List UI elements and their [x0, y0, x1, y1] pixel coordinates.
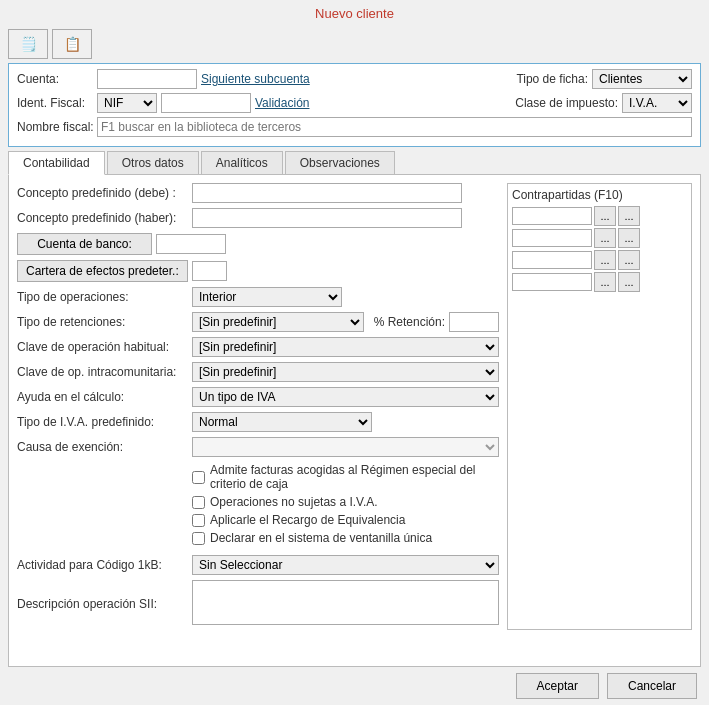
- cartera-efectos-input[interactable]: [192, 261, 227, 281]
- checkbox3[interactable]: [192, 514, 205, 527]
- clase-impuesto-label: Clase de impuesto:: [515, 96, 618, 110]
- tab-observaciones[interactable]: Observaciones: [285, 151, 395, 174]
- siguiente-subcuenta-link[interactable]: Siguiente subcuenta: [201, 72, 310, 86]
- cuenta-banco-row: Cuenta de banco:: [17, 233, 499, 255]
- nif-select[interactable]: NIF: [97, 93, 157, 113]
- contrapartidas-panel: Contrapartidas (F10) ... ... ... ... ...…: [507, 183, 692, 630]
- concepto-haber-input[interactable]: [192, 208, 462, 228]
- concepto-haber-label: Concepto predefinido (haber):: [17, 211, 192, 225]
- contrapartida-btn2-2[interactable]: ...: [618, 228, 640, 248]
- tipo-retenciones-select[interactable]: [Sin predefinir]: [192, 312, 364, 332]
- footer: Aceptar Cancelar: [0, 667, 709, 705]
- cuenta-row: Cuenta: Siguiente subcuenta Tipo de fich…: [17, 69, 692, 89]
- contrapartida-input-4[interactable]: [512, 273, 592, 291]
- ident-fiscal-label: Ident. Fiscal:: [17, 96, 97, 110]
- contrapartida-row-4: ... ...: [512, 272, 687, 292]
- toolbar: 🗒️ 📋: [8, 29, 701, 59]
- cuenta-banco-btn[interactable]: Cuenta de banco:: [17, 233, 152, 255]
- tipo-ficha-select[interactable]: Clientes: [592, 69, 692, 89]
- toolbar-icon-doc[interactable]: 🗒️: [8, 29, 48, 59]
- checkbox3-row: Aplicarle el Recargo de Equivalencia: [192, 513, 499, 527]
- actividad-row: Actividad para Código 1kB: Sin Seleccion…: [17, 555, 499, 575]
- actividad-label: Actividad para Código 1kB:: [17, 558, 192, 572]
- tipo-operaciones-row: Tipo de operaciones: Interior: [17, 287, 499, 307]
- contrapartida-row-1: ... ...: [512, 206, 687, 226]
- fiscal-id-input[interactable]: [161, 93, 251, 113]
- retencion-label: % Retención:: [374, 315, 445, 329]
- actividad-select[interactable]: Sin Seleccionar: [192, 555, 499, 575]
- tipo-ficha-label: Tipo de ficha:: [516, 72, 588, 86]
- validacion-link[interactable]: Validación: [255, 96, 309, 110]
- concepto-debe-label: Concepto predefinido (debe) :: [17, 186, 192, 200]
- causa-exencion-row: Causa de exención:: [17, 437, 499, 457]
- concepto-debe-row: Concepto predefinido (debe) :: [17, 183, 499, 203]
- tipo-iva-select[interactable]: Normal: [192, 412, 372, 432]
- cuenta-input[interactable]: [97, 69, 197, 89]
- tab-contabilidad[interactable]: Contabilidad: [8, 151, 105, 175]
- window-title: Nuevo cliente: [0, 0, 709, 25]
- tipo-operaciones-select[interactable]: Interior: [192, 287, 342, 307]
- cancelar-button[interactable]: Cancelar: [607, 673, 697, 699]
- causa-exencion-label: Causa de exención:: [17, 440, 192, 454]
- contrapartida-btn2-4[interactable]: ...: [618, 272, 640, 292]
- tipo-operaciones-label: Tipo de operaciones:: [17, 290, 192, 304]
- cartera-efectos-row: Cartera de efectos predeter.:: [17, 260, 499, 282]
- aceptar-button[interactable]: Aceptar: [516, 673, 599, 699]
- ayuda-calculo-row: Ayuda en el cálculo: Un tipo de IVA: [17, 387, 499, 407]
- clase-impuesto-select[interactable]: I.V.A.: [622, 93, 692, 113]
- clave-operacion-label: Clave de operación habitual:: [17, 340, 192, 354]
- concepto-haber-row: Concepto predefinido (haber):: [17, 208, 499, 228]
- descripcion-row: Descripción operación SII:: [17, 580, 499, 625]
- contrapartida-input-1[interactable]: [512, 207, 592, 225]
- clave-intracomunitaria-row: Clave de op. intracomunitaria: [Sin pred…: [17, 362, 499, 382]
- contrapartida-btn1-3[interactable]: ...: [594, 250, 616, 270]
- contrapartida-btn1-2[interactable]: ...: [594, 228, 616, 248]
- tab-otros-datos[interactable]: Otros datos: [107, 151, 199, 174]
- ident-fiscal-row: Ident. Fiscal: NIF Validación Clase de i…: [17, 93, 692, 113]
- checkbox2-row: Operaciones no sujetas a I.V.A.: [192, 495, 499, 509]
- checkbox4[interactable]: [192, 532, 205, 545]
- contrapartida-btn1-4[interactable]: ...: [594, 272, 616, 292]
- nombre-fiscal-label: Nombre fiscal:: [17, 120, 97, 134]
- contrapartida-input-2[interactable]: [512, 229, 592, 247]
- clave-intracomunitaria-select[interactable]: [Sin predefinir]: [192, 362, 499, 382]
- checkbox2-label: Operaciones no sujetas a I.V.A.: [210, 495, 378, 509]
- main-window: Nuevo cliente 🗒️ 📋 Cuenta: Siguiente sub…: [0, 0, 709, 705]
- retencion-input[interactable]: 0,00: [449, 312, 499, 332]
- checkbox1-row: Admite facturas acogidas al Régimen espe…: [192, 463, 499, 491]
- clave-operacion-row: Clave de operación habitual: [Sin predef…: [17, 337, 499, 357]
- concepto-debe-input[interactable]: [192, 183, 462, 203]
- ayuda-calculo-label: Ayuda en el cálculo:: [17, 390, 192, 404]
- contrapartida-btn2-3[interactable]: ...: [618, 250, 640, 270]
- checkbox2[interactable]: [192, 496, 205, 509]
- contrapartida-row-3: ... ...: [512, 250, 687, 270]
- toolbar-icon-list[interactable]: 📋: [52, 29, 92, 59]
- ayuda-calculo-select[interactable]: Un tipo de IVA: [192, 387, 499, 407]
- checkbox1-label: Admite facturas acogidas al Régimen espe…: [210, 463, 499, 491]
- descripcion-textarea[interactable]: [192, 580, 499, 625]
- form-left: Concepto predefinido (debe) : Concepto p…: [17, 183, 499, 630]
- causa-exencion-select[interactable]: [192, 437, 499, 457]
- clave-intracomunitaria-label: Clave de op. intracomunitaria:: [17, 365, 192, 379]
- nombre-fiscal-row: Nombre fiscal:: [17, 117, 692, 137]
- cartera-efectos-btn[interactable]: Cartera de efectos predeter.:: [17, 260, 188, 282]
- descripcion-label: Descripción operación SII:: [17, 595, 192, 611]
- tipo-retenciones-row: Tipo de retenciones: [Sin predefinir] % …: [17, 312, 499, 332]
- checkbox1[interactable]: [192, 471, 205, 484]
- checkboxes-section: Admite facturas acogidas al Régimen espe…: [17, 463, 499, 545]
- tipo-iva-row: Tipo de I.V.A. predefinido: Normal: [17, 412, 499, 432]
- tab-analiticos[interactable]: Analíticos: [201, 151, 283, 174]
- tipo-retenciones-label: Tipo de retenciones:: [17, 315, 192, 329]
- cuenta-banco-input[interactable]: [156, 234, 226, 254]
- cuenta-label: Cuenta:: [17, 72, 97, 86]
- contrapartida-btn1-1[interactable]: ...: [594, 206, 616, 226]
- contrapartidas-title: Contrapartidas (F10): [512, 188, 687, 202]
- clave-operacion-select[interactable]: [Sin predefinir]: [192, 337, 499, 357]
- form-section: Concepto predefinido (debe) : Concepto p…: [17, 183, 692, 630]
- contrapartida-input-3[interactable]: [512, 251, 592, 269]
- contrapartida-row-2: ... ...: [512, 228, 687, 248]
- contrapartida-btn2-1[interactable]: ...: [618, 206, 640, 226]
- checkbox4-row: Declarar en el sistema de ventanilla úni…: [192, 531, 499, 545]
- nombre-fiscal-input[interactable]: [97, 117, 692, 137]
- tabs-bar: Contabilidad Otros datos Analíticos Obse…: [8, 151, 701, 175]
